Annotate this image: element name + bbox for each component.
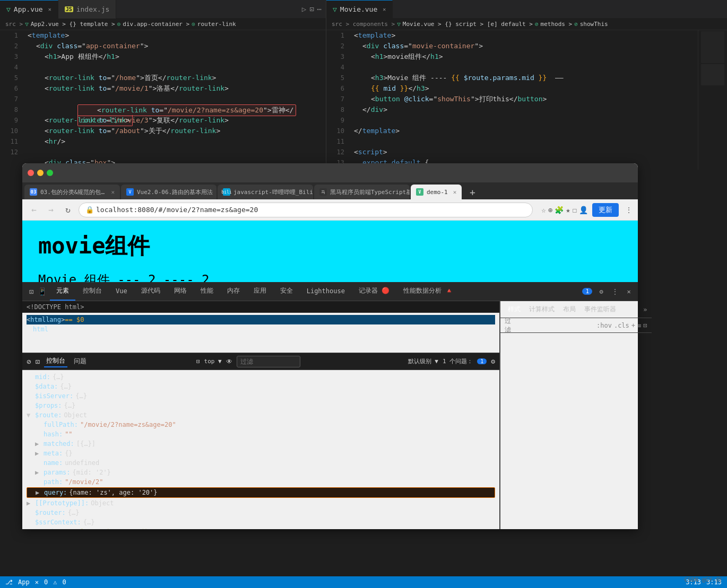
console-tab-label-2[interactable]: 问题 [72,356,89,367]
devtools-close-icon[interactable]: ✕ [624,287,634,296]
maximize-window-btn[interactable] [47,170,53,176]
console-entry-matched: ▶ matched: [{…}] [27,439,495,449]
devtools-tab-security[interactable]: 安全 [274,283,299,301]
devtools-more-icon[interactable]: ⋮ [610,287,620,296]
devtools-tab-network[interactable]: 网络 [168,283,193,301]
tab-index-js[interactable]: JS index.js [58,0,117,19]
browser-tab-5[interactable]: V demo-1 ✕ [411,185,462,199]
reload-btn[interactable]: ↻ [62,204,74,216]
console-settings-icon[interactable]: ⚙ [491,357,495,365]
tab-app-vue[interactable]: ▽ App.vue ✕ [0,0,58,19]
bookmark-icon[interactable]: ☆ [541,206,546,214]
html-selected-line[interactable]: <html lang> == $0 [27,315,495,324]
minimize-window-btn[interactable] [37,170,44,176]
console-entry-params: ▶ params: {mid: '2'} [27,468,495,477]
devtools-tab-memory[interactable]: 内存 [221,283,246,301]
lock-icon: 🔒 [85,206,94,214]
devtools-tab-performance[interactable]: 性能 [194,283,220,301]
user-icon[interactable]: 👤 [579,206,588,214]
devtools-tab-perf-insights[interactable]: 性能数据分析 🔺 [397,283,460,301]
devtools-select-icon[interactable]: ⊡ [27,287,36,296]
top-label[interactable]: top ▼ [204,358,222,365]
extension-icon[interactable]: 🧩 [555,206,564,214]
devtools-tab-recorder[interactable]: 记录器 🔴 [352,283,396,301]
add-style-icon[interactable]: + [631,322,635,329]
devtools-tab-elements[interactable]: 元素 [50,283,75,301]
cls-label[interactable]: .cls [614,322,629,329]
computed-styles-tab[interactable]: 计算样式 [526,303,558,316]
devtools-tab-sources[interactable]: 源代码 [135,283,167,301]
more-icon[interactable]: ⋯ [317,5,322,13]
console-entry-route: ▼ $route: Object [27,410,495,420]
tab5-close[interactable]: ✕ [453,189,457,196]
window-icon[interactable]: ☐ [573,206,577,214]
tab-label-2: index.js [76,5,110,13]
console-entry-mid: mid: {…} [27,372,495,382]
tab-label: App.vue [14,5,43,13]
back-btn[interactable]: ← [28,204,40,216]
split-icon[interactable]: ⊡ [309,5,314,13]
code-left: <template> <div class="app-container"> <… [22,30,326,170]
breadcrumb-left: src > ▽ App2.vue > {} template > ⊙ div.a… [0,19,326,30]
devtools-tab-lighthouse[interactable]: Lighthouse [300,283,351,301]
console-entry-router: $router: {…} [27,508,495,517]
devtools-body: <!DOCTYPE html> <html lang> == $0 html ⊘… [22,301,638,529]
breadcrumb-text: src > [5,21,23,28]
traffic-lights[interactable] [28,170,53,176]
default-level[interactable]: 默认级别 ▼ [408,357,438,365]
status-bar: ⎇ App ✕ 0 ⚠ 0 3:13 3:13 [0,576,727,588]
console-entry-get-attrs: ▶ get $attrs: f reactiveGetter() [27,527,495,529]
styles-filter-input[interactable] [513,322,594,329]
event-listeners-tab[interactable]: 事件监听器 [581,303,619,316]
new-tab-btn[interactable]: + [465,185,480,199]
tab4-label: 黑马程序员前端TypeScript基础… [330,188,410,196]
layout-tab[interactable]: 布局 [560,303,579,316]
devtools-settings-icon[interactable]: ⚙ [596,287,606,296]
browser-tab-2[interactable]: V Vue2.0-06.路由的基本用法 ✕ [121,185,217,199]
close-window-btn[interactable] [28,170,34,176]
browser-tab-1[interactable]: 03 03.包的分类&规范的包结构 ✕ [24,185,120,199]
console-entries: mid: {…} $data: {…} $isServer: {…} $prop… [22,370,499,529]
profile-icon[interactable]: ⊕ [548,206,552,214]
copy-style-icon[interactable]: ≡ [637,322,641,329]
tab-close-icon[interactable]: ✕ [48,6,51,12]
forward-btn[interactable]: → [45,204,57,216]
star-icon[interactable]: ★ [566,206,570,214]
console-entry-prototype1: ▶ [[Prototype]]: Object [27,498,495,508]
devtools-tab-application[interactable]: 应用 [247,283,273,301]
clear-console-icon[interactable]: ⊘ [27,357,31,366]
url-bar: ← → ↻ 🔒 localhost:8080/#/movie/2?name=zs… [22,199,638,221]
top-context[interactable]: ⊡ [196,358,200,365]
menu-icon[interactable]: ⋮ [625,206,633,214]
styles-tab[interactable]: 样式 [505,303,524,316]
devtools-device-icon[interactable]: 📱 [37,287,47,296]
devtools-tab-console[interactable]: 控制台 [76,283,108,301]
browser-titlebar [22,163,638,182]
devtools-badge: 1 [582,288,592,295]
filter-label: 过滤 [505,317,511,335]
run-icon[interactable]: ▷ [302,5,306,13]
eye-icon[interactable]: 👁 [226,358,232,365]
js-icon: JS [65,6,73,12]
hov-label[interactable]: :hov [596,322,612,329]
vue-icon: ▽ [6,5,11,13]
console-entry-query[interactable]: ▶ query: {name: 'zs', age: '20'} [27,487,495,498]
update-button[interactable]: 更新 [592,203,619,217]
console-entry-ssrcontext: $ssrContext: {…} [27,517,495,527]
tab1-close[interactable]: ✕ [111,189,115,196]
console-entry-data: $data: {…} [27,382,495,391]
console-filter-input[interactable] [237,356,300,367]
expand-style-icon[interactable]: ⊡ [643,322,647,329]
console-tab-label-1[interactable]: 控制台 [44,355,67,367]
devtools-tab-vue[interactable]: Vue [109,283,134,301]
browser-window: 03 03.包的分类&规范的包结构 ✕ V Vue2.0-06.路由的基本用法 … [22,163,638,529]
tab5-label: demo-1 [427,189,448,196]
browser-tab-3[interactable]: bili javascript-哔哩哔哩_Bilibili ✕ [218,185,313,199]
tab-movie-vue[interactable]: ▽ Movie.vue ✕ [326,0,393,19]
more-tabs-icon[interactable]: » [643,306,647,313]
url-input[interactable]: 🔒 localhost:8080/#/movie/2?name=zs&age=2… [79,203,533,217]
toggle-drawer-icon[interactable]: ⊡ [35,357,39,366]
bc-div-icon: ⊙ [117,21,121,28]
tab-close-right-icon[interactable]: ✕ [383,6,386,12]
browser-tab-4[interactable]: 马 黑马程序员前端TypeScript基础… ✕ [314,185,410,199]
